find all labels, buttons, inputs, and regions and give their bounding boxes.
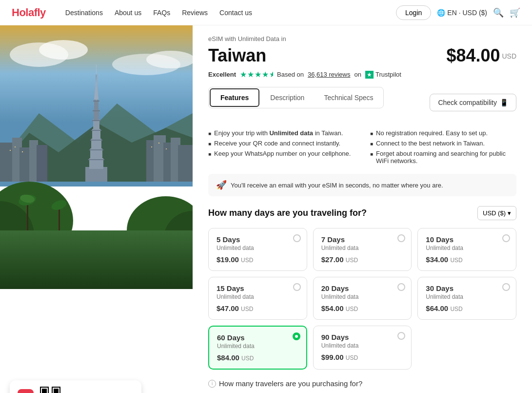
- plan-15-days-label: 15 Days: [217, 284, 299, 292]
- bullet-icon: ■: [208, 131, 211, 136]
- currency-selector[interactable]: USD ($) ▾: [477, 206, 516, 220]
- plan-15-days-data: Unlimited data: [217, 293, 299, 300]
- plan-30-days-price: $64.00 USD: [426, 304, 508, 312]
- plan-20-days-label: 20 Days: [321, 284, 404, 292]
- plan-10-days-data: Unlimited data: [426, 245, 508, 251]
- feature-1: ■ Enjoy your trip with Unlimited data in…: [208, 128, 355, 138]
- qr-container: [39, 386, 61, 393]
- plan-5-days-radio: [293, 234, 301, 242]
- days-plans-grid: 5 Days Unlimited data $19.00 USD 7 Days …: [208, 228, 516, 370]
- nav-contact[interactable]: Contact us: [219, 9, 252, 17]
- product-image-panel: H: [0, 25, 193, 393]
- plan-15-days-radio: [293, 283, 301, 291]
- plan-90-days-label: 90 Days: [321, 333, 404, 341]
- plan-60-days-price: $84.00 USD: [217, 353, 298, 362]
- svg-rect-16: [178, 145, 193, 182]
- esim-logo: H: [18, 389, 34, 393]
- esim-category-label: eSIM with Unlimited Data in: [208, 35, 516, 42]
- svg-rect-21: [89, 149, 103, 150]
- reviews-suffix: on: [354, 71, 361, 78]
- plan-90-days-price: $99.00 USD: [321, 353, 404, 361]
- svg-rect-48: [151, 146, 152, 147]
- globe-icon: 🌐: [437, 9, 445, 17]
- star-3: ★: [255, 70, 261, 79]
- features-left: ■ Enjoy your trip with Unlimited data in…: [208, 128, 355, 166]
- bullet-icon: ■: [370, 141, 373, 146]
- check-compatibility-button[interactable]: Check compatibility 📱: [430, 94, 516, 111]
- plan-30-days-radio: [502, 283, 510, 291]
- rocket-icon: 🚀: [216, 180, 227, 190]
- plan-30-days-data: Unlimited data: [426, 293, 508, 300]
- reviews-text: Based on: [277, 71, 304, 78]
- nav-reviews[interactable]: Reviews: [182, 9, 208, 17]
- nav-right: Login 🌐 EN · USD ($) 🔍 🛒: [396, 5, 520, 20]
- svg-rect-49: [158, 143, 159, 144]
- tabs-row: Features Description Technical Specs Che…: [208, 87, 516, 118]
- svg-rect-31: [93, 101, 99, 102]
- svg-rect-44: [0, 230, 193, 289]
- star-rating: ★ ★ ★ ★ ★: [240, 70, 273, 79]
- trustpilot-badge: ★ Trustpilot: [365, 71, 401, 79]
- reviews-link[interactable]: 36,613 reviews: [308, 71, 350, 78]
- plan-90-days[interactable]: 90 Days Unlimited data $99.00 USD: [313, 326, 412, 370]
- login-button[interactable]: Login: [396, 5, 431, 20]
- plan-10-days-price: $34.00 USD: [426, 255, 508, 264]
- svg-rect-11: [37, 145, 47, 182]
- product-price-container: $84.00 USD: [446, 45, 516, 66]
- feature-6: ■ Forget about roaming and searching for…: [370, 148, 516, 166]
- nav-faqs[interactable]: FAQs: [153, 9, 170, 17]
- tab-description[interactable]: Description: [260, 89, 314, 106]
- logo[interactable]: Holafly: [12, 6, 46, 19]
- plan-10-days-label: 10 Days: [426, 235, 508, 244]
- svg-rect-25: [91, 130, 101, 131]
- navbar: Holafly Destinations About us FAQs Revie…: [0, 0, 532, 25]
- plan-7-days[interactable]: 7 Days Unlimited data $27.00 USD: [313, 228, 412, 271]
- star-4: ★: [262, 70, 269, 79]
- plan-20-days[interactable]: 20 Days Unlimited data $54.00 USD: [313, 277, 412, 320]
- svg-point-2: [39, 40, 88, 60]
- plan-30-days[interactable]: 30 Days Unlimited data $64.00 USD: [417, 277, 516, 320]
- plan-60-days-radio: [293, 332, 300, 340]
- plan-60-days-label: 60 Days: [217, 333, 298, 342]
- plan-30-days-label: 30 Days: [426, 284, 508, 292]
- plan-15-days[interactable]: 15 Days Unlimited data $47.00 USD: [208, 277, 307, 320]
- language-selector[interactable]: 🌐 EN · USD ($): [437, 9, 487, 17]
- plan-7-days-radio: [397, 234, 405, 242]
- check-compat-label: Check compatibility: [438, 99, 497, 106]
- rating-row: Excellent ★ ★ ★ ★ ★ Based on 36,613 revi…: [208, 70, 516, 79]
- search-icon[interactable]: 🔍: [493, 7, 504, 18]
- plan-60-days[interactable]: 60 Days Unlimited data $84.00 USD: [208, 326, 307, 370]
- features-right: ■ No registration required. Easy to set …: [370, 128, 516, 166]
- main-layout: H: [0, 25, 532, 393]
- svg-rect-47: [22, 151, 23, 152]
- plan-20-days-data: Unlimited data: [321, 293, 404, 300]
- feature-5: ■ Connect to the best network in Taiwan.: [370, 138, 516, 148]
- svg-rect-29: [93, 110, 100, 111]
- nav-destinations[interactable]: Destinations: [65, 9, 103, 17]
- svg-rect-46: [15, 146, 16, 147]
- plan-90-days-radio: [397, 332, 405, 340]
- feature-3: ■ Keep your WhatsApp number on your cell…: [208, 148, 355, 159]
- product-title: Taiwan: [208, 45, 266, 66]
- features-grid: ■ Enjoy your trip with Unlimited data in…: [208, 128, 516, 166]
- svg-rect-23: [90, 140, 102, 141]
- trustpilot-star-icon: ★: [365, 71, 374, 79]
- svg-rect-27: [92, 120, 100, 121]
- nav-about[interactable]: About us: [115, 9, 141, 17]
- price-currency: USD: [502, 52, 516, 60]
- esim-card-overlay: H: [10, 380, 141, 393]
- plan-5-days-label: 5 Days: [217, 235, 299, 244]
- tab-specs[interactable]: Technical Specs: [314, 89, 383, 106]
- email-note-text: You'll receive an email with your eSIM i…: [231, 182, 443, 189]
- plan-5-days-price: $19.00 USD: [217, 255, 299, 264]
- days-title: How many days are you traveling for?: [208, 208, 367, 218]
- tab-features[interactable]: Features: [210, 88, 259, 107]
- plan-10-days[interactable]: 10 Days Unlimited data $34.00 USD: [417, 228, 516, 271]
- plan-5-days[interactable]: 5 Days Unlimited data $19.00 USD: [208, 228, 307, 271]
- plan-90-days-data: Unlimited data: [321, 342, 404, 349]
- bullet-icon: ■: [370, 151, 373, 157]
- svg-rect-45: [10, 150, 11, 151]
- days-section-header: How many days are you traveling for? USD…: [208, 206, 516, 220]
- plan-7-days-label: 7 Days: [321, 235, 404, 244]
- cart-icon[interactable]: 🛒: [510, 7, 520, 18]
